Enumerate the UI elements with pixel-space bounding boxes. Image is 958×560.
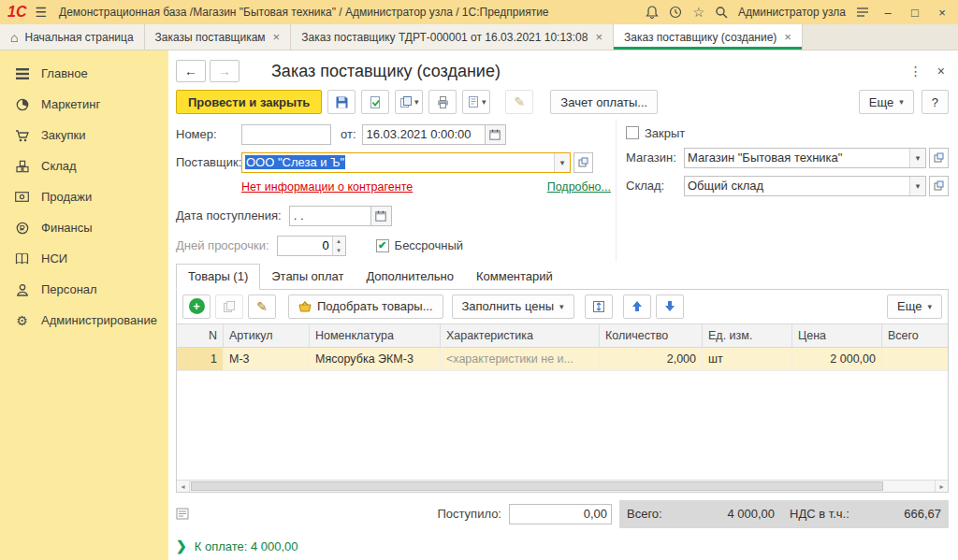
- favorites-star-icon[interactable]: ☆: [692, 5, 704, 20]
- supplier-dropdown-button[interactable]: ▾: [554, 153, 570, 172]
- column-header-article[interactable]: Артикул: [224, 324, 310, 347]
- column-header-nomenclature[interactable]: Номенклатура: [310, 324, 441, 347]
- sidebar-item-purchases[interactable]: Закупки: [0, 120, 168, 151]
- notifications-bell-icon[interactable]: [646, 6, 659, 19]
- sidebar-item-nsi[interactable]: НСИ: [0, 243, 168, 274]
- receipt-date-input[interactable]: [289, 206, 371, 226]
- move-row-up-button[interactable]: [623, 294, 651, 319]
- tab-close-icon[interactable]: ×: [273, 30, 281, 44]
- date-input[interactable]: [362, 124, 486, 145]
- pick-goods-button[interactable]: Подобрать товары...: [288, 294, 443, 319]
- scroll-right-icon[interactable]: ▸: [935, 481, 948, 492]
- close-window-button[interactable]: ×: [934, 6, 951, 20]
- sidebar-item-marketing[interactable]: Маркетинг: [0, 89, 168, 120]
- tab-comment[interactable]: Комментарий: [465, 265, 564, 289]
- back-button[interactable]: ←: [176, 60, 206, 82]
- spin-down-icon[interactable]: ▾: [333, 246, 345, 255]
- column-header-total[interactable]: Всего: [882, 324, 948, 347]
- receipt-calendar-button[interactable]: [371, 206, 392, 226]
- move-row-down-button[interactable]: [656, 294, 684, 319]
- warehouse-combo[interactable]: Общий склад ▾: [684, 176, 926, 196]
- supplier-combo[interactable]: ООО "Слеза и Ъ" ▾: [241, 152, 571, 173]
- table-row[interactable]: 1 М-3 Мясорубка ЭКМ-3 <характеристики не…: [177, 348, 948, 371]
- cell-characteristic[interactable]: <характеристики не и...: [441, 348, 600, 370]
- forward-button[interactable]: →: [210, 60, 240, 82]
- column-header-quantity[interactable]: Количество: [600, 324, 703, 347]
- sidebar-item-warehouse[interactable]: Склад: [0, 151, 168, 181]
- minimize-button[interactable]: –: [879, 6, 896, 20]
- to-pay-link[interactable]: К оплате: 4 000,00: [195, 539, 298, 553]
- column-header-characteristic[interactable]: Характеристика: [441, 324, 600, 347]
- service-menu-icon[interactable]: [856, 7, 869, 18]
- post-document-button[interactable]: [361, 90, 389, 114]
- calendar-button[interactable]: [486, 124, 506, 145]
- sidebar-item-administration[interactable]: ⚙ Администрирование: [0, 305, 168, 336]
- cell-nomenclature[interactable]: Мясорубка ЭКМ-3: [310, 348, 441, 370]
- horizontal-scrollbar[interactable]: ◂ ▸: [177, 480, 948, 492]
- cell-n[interactable]: 1: [177, 348, 224, 370]
- save-button[interactable]: [327, 90, 356, 114]
- store-open-button[interactable]: [929, 148, 949, 168]
- maximize-button[interactable]: □: [907, 6, 923, 20]
- footer-list-icon[interactable]: [176, 508, 189, 520]
- supplier-open-button[interactable]: [573, 152, 593, 173]
- tab-goods[interactable]: Товары (1): [176, 264, 260, 290]
- post-and-close-button[interactable]: Провести и закрыть: [176, 90, 322, 114]
- tab-close-icon[interactable]: ×: [595, 30, 602, 44]
- scrollbar-thumb[interactable]: [191, 481, 883, 491]
- overdue-spinner[interactable]: ▴ ▾: [277, 236, 346, 256]
- offset-payment-button[interactable]: Зачет оплаты...: [550, 90, 658, 114]
- form-close-icon[interactable]: ×: [937, 64, 945, 79]
- more-button[interactable]: Еще ▾: [859, 90, 914, 114]
- tab-supplier-orders-list[interactable]: Заказы поставщикам ×: [145, 24, 292, 50]
- edit-row-button[interactable]: ✎: [248, 294, 276, 319]
- cell-quantity[interactable]: 2,000: [600, 348, 703, 370]
- reports-button[interactable]: ▾: [462, 90, 490, 114]
- tab-additional[interactable]: Дополнительно: [355, 265, 465, 289]
- details-link[interactable]: Подробно...: [547, 180, 611, 194]
- overdue-input[interactable]: [278, 237, 332, 255]
- termless-checkbox[interactable]: ✔: [376, 239, 389, 252]
- cell-price[interactable]: 2 000,00: [792, 348, 882, 370]
- closed-checkbox[interactable]: [626, 126, 639, 139]
- scroll-left-icon[interactable]: ◂: [177, 481, 190, 492]
- cell-article[interactable]: М-3: [224, 348, 310, 370]
- tab-supplier-order-new[interactable]: Заказ поставщику (создание) ×: [614, 24, 803, 50]
- number-input[interactable]: [241, 124, 331, 145]
- cell-unit[interactable]: шт: [703, 348, 792, 370]
- tab-close-icon[interactable]: ×: [784, 30, 791, 44]
- warehouse-dropdown-button[interactable]: ▾: [909, 177, 925, 195]
- sidebar-item-main[interactable]: Главное: [0, 58, 168, 89]
- help-button[interactable]: ?: [922, 90, 949, 114]
- goods-more-button[interactable]: Еще ▾: [887, 294, 942, 319]
- warehouse-open-button[interactable]: [929, 176, 949, 196]
- add-row-button[interactable]: +: [182, 294, 210, 319]
- received-input[interactable]: [509, 504, 612, 524]
- chevron-right-icon[interactable]: ❯: [176, 539, 187, 553]
- expand-table-button[interactable]: [585, 294, 613, 319]
- edit-button[interactable]: ✎: [505, 90, 533, 114]
- sidebar-item-finance[interactable]: Финансы: [0, 212, 168, 243]
- spin-up-icon[interactable]: ▴: [333, 237, 345, 246]
- sidebar-item-sales[interactable]: Продажи: [0, 181, 168, 212]
- tab-payment-stages[interactable]: Этапы оплат: [260, 265, 355, 289]
- main-menu-icon[interactable]: ☰: [35, 5, 47, 20]
- column-header-unit[interactable]: Ед. изм.: [703, 324, 792, 347]
- create-based-on-button[interactable]: ▾: [395, 90, 423, 114]
- search-icon[interactable]: [715, 6, 728, 19]
- store-dropdown-button[interactable]: ▾: [909, 149, 925, 167]
- spinner-buttons[interactable]: ▴ ▾: [332, 237, 345, 255]
- column-header-price[interactable]: Цена: [792, 324, 882, 347]
- cell-total[interactable]: [882, 348, 948, 370]
- print-button[interactable]: [428, 90, 457, 114]
- history-clock-icon[interactable]: [669, 6, 682, 19]
- form-menu-kebab-icon[interactable]: ⋮: [909, 64, 922, 79]
- counterparty-warning-link[interactable]: Нет информации о контрагенте: [241, 180, 413, 194]
- current-user[interactable]: Администратор узла: [738, 6, 846, 19]
- tab-supplier-order-tdrt[interactable]: Заказ поставщику ТДРТ-000001 от 16.03.20…: [291, 24, 614, 50]
- sidebar-item-personnel[interactable]: Персонал: [0, 274, 168, 305]
- scrollbar-track[interactable]: [190, 481, 935, 492]
- copy-row-button[interactable]: [215, 294, 243, 319]
- tab-home[interactable]: ⌂ Начальная страница: [0, 24, 145, 50]
- fill-prices-button[interactable]: Заполнить цены ▾: [452, 294, 574, 319]
